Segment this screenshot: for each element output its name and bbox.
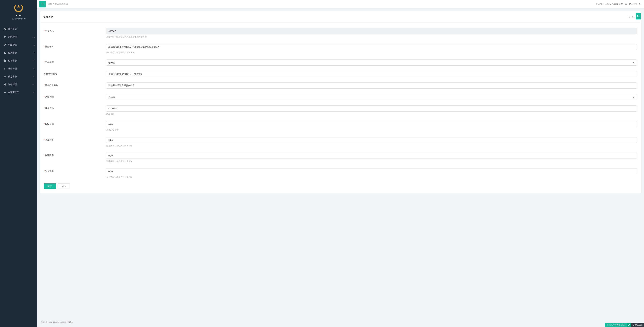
refresh-button[interactable] [628,16,630,18]
sidebar-item-label: 信息中心 [8,75,17,78]
label-org-code: *机构代码 [44,105,106,110]
chevron-left-icon [34,52,35,53]
menu-toggle-button[interactable] [39,1,46,8]
sidebar-item-label: 余额宝管理 [8,91,19,94]
panel-header: 修改基金 [40,11,641,23]
company-input[interactable] [106,83,637,89]
help-fund-code: 基金代码不能重复，代码创建后不能再次修改 [106,36,637,38]
status-check[interactable] [627,323,631,327]
chevron-left-icon [34,84,35,85]
label-risk: *风险等级 [44,94,106,98]
chevron-left-icon [34,44,35,46]
back-button[interactable]: 返回 [58,183,70,189]
fund-name-input[interactable] [106,44,637,50]
row-start-amount: *起投金额 基金起投金额 [44,120,638,135]
menu-search-input[interactable]: 请输入搜索菜单名称 [48,3,68,6]
form-actions: 提交 返回 [44,182,638,189]
row-short-name: 基金名称缩写 [44,69,638,81]
label-short-name: 基金名称缩写 [44,71,106,75]
sidebar-item-label: 财务管理 [8,83,17,86]
sidebar-link-6[interactable]: 信息中心 [0,73,37,81]
sidebar-item: 会员中心 [0,49,37,57]
topbar-left: 请输入搜索菜单名称 [37,1,68,8]
wrench-icon [3,75,6,78]
manage-fee-input[interactable] [106,153,637,159]
sidebar-link-4[interactable]: 订单中心 [0,57,37,65]
chevron-left-icon [34,76,35,77]
footer-text: 创富 © 2021 网络科技后台管理系统 [37,318,644,327]
svg-point-6 [637,15,638,16]
svg-rect-4 [41,4,44,5]
sidebar-item: 后台主页 [0,25,37,33]
chevron-left-icon [34,60,35,61]
sidebar-item: 基金管理 [0,65,37,73]
sidebar-link-2[interactable]: 权限管理 [0,41,37,49]
clipboard-icon [3,60,6,62]
fund-code-input [106,28,637,34]
help-buy-fee: 买入费率，单位为百分比(%) [106,176,637,179]
help-manage-fee: 管理费率，单位为百分比(%) [106,160,637,163]
svg-rect-3 [41,3,44,4]
sign-out-icon [630,3,632,5]
submit-button[interactable]: 提交 [44,183,56,189]
panel-body: *基金代码 基金代码不能重复，代码创建后不能再次修改 *基金名称 基金名称，请尽… [40,23,641,193]
yen-icon [3,68,6,70]
service-fee-input[interactable] [106,137,637,143]
svg-point-0 [14,3,23,13]
label-company: *基金公司名称 [44,83,106,87]
help-org-code: 机构代码 [106,113,637,116]
help-start-amount: 基金起投金额 [106,129,637,132]
trash-button[interactable] [625,3,627,6]
cogs-icon [3,36,6,38]
svg-rect-5 [41,5,44,6]
row-buy-fee: *买入费率 买入费率，单位为百分比(%) [44,167,638,182]
trash-icon [625,3,627,6]
check-icon [628,324,630,326]
expand-icon [639,3,641,5]
fire-icon [3,91,6,94]
leaf-icon [3,83,6,86]
sidebar: admin 超级管理员9 后台主页系统管理权限管理会员中心订单中心基金管理信息中… [0,0,37,327]
back-tool-button[interactable] [632,16,634,18]
label-fund-name: *基金名称 [44,44,106,48]
label-service-fee: *服务费率 [44,137,106,141]
user-role-dropdown[interactable]: 超级管理员9 [4,17,34,20]
short-name-input[interactable] [106,71,637,77]
org-code-input[interactable] [106,105,637,112]
buy-fee-input[interactable] [106,168,637,174]
sidebar-link-7[interactable]: 财务管理 [0,81,37,88]
sidebar-link-1[interactable]: 系统管理 [0,33,37,41]
home-icon [3,28,6,30]
sliders-icon [637,15,640,18]
label-start-amount: *起投金额 [44,121,106,126]
main: 请输入搜索菜单名称 欢迎来到 创富后台管理系统 注销 修改基金 [37,0,644,327]
risk-select[interactable]: 低风险 [106,94,637,100]
reply-icon [632,16,634,18]
sidebar-link-5[interactable]: 基金管理 [0,65,37,73]
label-fund-code: *基金代码 [44,28,106,33]
chevron-left-icon [34,68,35,69]
svg-point-7 [638,15,639,16]
chevron-left-icon [34,36,35,38]
user-role-label: 超级管理员9 [12,18,23,20]
sidebar-link-0[interactable]: 后台主页 [0,25,37,33]
sidebar-item: 订单中心 [0,57,37,65]
tools-expand-button[interactable] [636,13,641,20]
status-timing: 0.070599s [631,323,644,327]
row-fund-name: *基金名称 基金名称，请尽量保持不要重复 [44,42,638,58]
fullscreen-button[interactable] [639,3,641,5]
sidebar-link-3[interactable]: 会员中心 [0,49,37,57]
user-icon [3,52,6,54]
sidebar-item-label: 权限管理 [8,43,17,46]
start-amount-input[interactable] [106,121,637,127]
sidebar-link-8[interactable]: 余额宝管理 [0,88,37,96]
logout-button[interactable]: 注销 [630,3,637,6]
help-service-fee: 服务费率，单位为百分比(%) [106,144,637,147]
row-org-code: *机构代码 机构代码 [44,104,638,120]
product-type-select[interactable]: 债券型 [106,60,637,66]
row-fund-code: *基金代码 基金代码不能重复，代码创建后不能再次修改 [44,26,638,42]
sidebar-item-label: 订单中心 [8,59,17,62]
sidebar-item: 余额宝管理 [0,88,37,96]
logout-label: 注销 [632,3,637,6]
sidebar-item-label: 会员中心 [8,51,17,54]
